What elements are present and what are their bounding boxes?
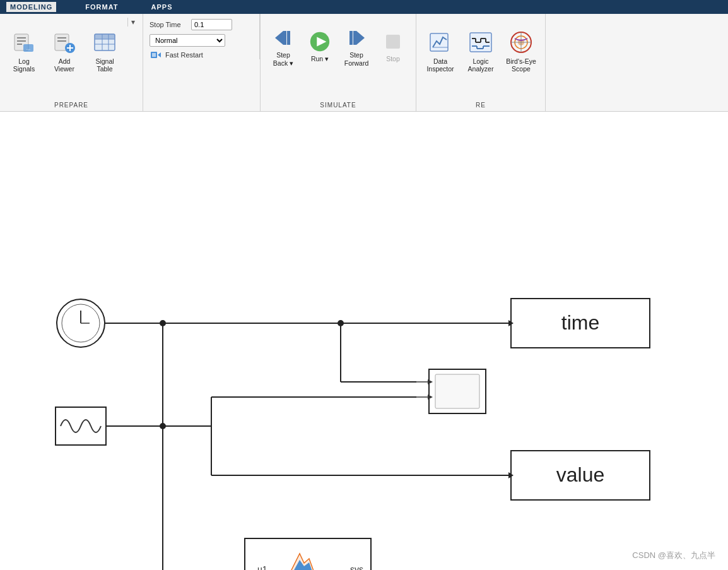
svg-rect-32 (430, 33, 448, 51)
diagram-svg: time value u1 sys BP_net (0, 112, 728, 570)
birds-eye-scope-label: Bird's-EyeScope (506, 57, 536, 73)
sim-controls-label (143, 59, 260, 64)
simulate-section-label: SIMULATE (266, 99, 411, 111)
sim-controls: Stop Time Normal Accelerator Rapid Accel… (143, 14, 260, 59)
svg-marker-23 (275, 31, 283, 45)
review-section: DataInspector (416, 14, 546, 111)
prepare-section-label: PREPARE (5, 99, 138, 111)
svg-rect-17 (95, 34, 115, 39)
mode-select[interactable]: Normal Accelerator Rapid Accelerator (150, 34, 225, 47)
toolbar: MODELING FORMAT APPS (0, 0, 728, 14)
svg-rect-24 (283, 31, 286, 45)
signal-table-label: SignalTable (95, 57, 114, 73)
watermark: CSDN @喜欢、九点半 (632, 550, 715, 561)
svg-rect-29 (353, 31, 356, 45)
birds-eye-scope-button[interactable]: Bird's-EyeScope (502, 18, 540, 74)
tab-format[interactable]: FORMAT (81, 2, 122, 12)
prepare-section: ... LogSignals AddViewer (0, 14, 143, 111)
stop-time-label: Stop Time (150, 21, 187, 28)
logic-analyzer-button[interactable]: LogicAnalyzer (462, 18, 500, 74)
svg-rect-31 (386, 35, 400, 49)
logic-analyzer-icon (468, 30, 493, 55)
add-viewer-label: AddViewer (54, 57, 74, 73)
svg-text:...: ... (26, 45, 31, 51)
tab-modeling[interactable]: MODELING (6, 2, 56, 12)
step-forward-button[interactable]: StepForward (339, 18, 374, 74)
log-signals-icon: ... (11, 30, 37, 55)
data-inspector-icon (428, 30, 453, 55)
mode-row: Normal Accelerator Rapid Accelerator (150, 34, 253, 47)
svg-rect-25 (287, 31, 290, 45)
review-buttons: DataInspector (421, 18, 540, 99)
step-forward-label: StepForward (344, 51, 369, 67)
stop-time-row: Stop Time (150, 19, 253, 30)
svg-rect-56 (435, 374, 479, 408)
bp-net-in-port-label: u1 (257, 564, 267, 570)
tab-apps[interactable]: APPS (148, 2, 177, 12)
stop-icon (382, 30, 404, 53)
signal-table-button[interactable]: SignalTable (86, 18, 124, 74)
time-label: time (561, 311, 599, 334)
fast-restart-icon (151, 50, 162, 59)
fast-restart-row[interactable]: Fast Restart (150, 50, 253, 59)
add-viewer-icon (52, 30, 77, 55)
log-signals-label: LogSignals (13, 57, 35, 73)
svg-marker-19 (158, 52, 161, 57)
run-button[interactable]: Run ▾ (302, 18, 338, 74)
stop-time-input[interactable] (191, 19, 232, 30)
svg-marker-28 (356, 31, 365, 45)
bp-net-out-port-label: sys (350, 564, 363, 570)
step-back-label: StepBack ▾ (273, 51, 293, 67)
logic-analyzer-label: LogicAnalyzer (468, 57, 494, 73)
fast-restart-label: Fast Restart (165, 51, 203, 59)
main-diagram-area: time value u1 sys BP_net (0, 112, 728, 570)
prepare-dropdown-arrow[interactable]: ▾ (127, 18, 138, 27)
data-inspector-button[interactable]: DataInspector (421, 18, 459, 74)
review-section-label: RE (421, 99, 540, 111)
birds-eye-scope-icon (508, 30, 534, 55)
signal-table-icon (92, 30, 117, 55)
value-label: value (556, 463, 605, 486)
add-viewer-button[interactable]: AddViewer (45, 18, 83, 74)
run-icon (308, 30, 331, 53)
step-back-icon (272, 27, 295, 49)
step-back-button[interactable]: StepBack ▾ (266, 18, 301, 74)
simulate-section: StepBack ▾ Run ▾ (261, 14, 416, 111)
svg-rect-30 (349, 31, 353, 45)
step-forward-icon (345, 27, 368, 49)
stop-label: Stop (386, 55, 400, 63)
data-inspector-label: DataInspector (426, 57, 454, 73)
sim-controls-section: Stop Time Normal Accelerator Rapid Accel… (143, 14, 261, 111)
ribbon: ... LogSignals AddViewer (0, 14, 728, 112)
simulate-buttons: StepBack ▾ Run ▾ (266, 18, 411, 99)
log-signals-button[interactable]: ... LogSignals (5, 18, 43, 74)
run-label: Run ▾ (311, 55, 329, 63)
prepare-buttons: ... LogSignals AddViewer (5, 18, 138, 99)
stop-button: Stop (375, 18, 411, 74)
diagram: time value u1 sys BP_net (0, 112, 728, 570)
